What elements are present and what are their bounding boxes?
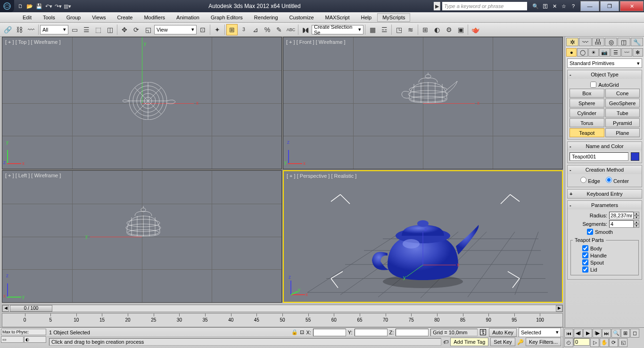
tab-create[interactable]: ✲ [566,38,578,46]
subtab-geometry[interactable]: ● [566,48,577,57]
menu-maxscript[interactable]: MAXScript [320,13,355,22]
radius-spinner[interactable]: ▲▼ [609,212,639,219]
object-color-swatch[interactable] [631,152,639,161]
move-icon[interactable]: ✥ [119,24,130,35]
key-big-icon[interactable]: 🔑 [517,339,524,345]
rollout-header[interactable]: -Name and Color [568,142,642,150]
favorite-icon[interactable]: ☆ [560,2,568,10]
time-ruler[interactable]: 0510152025303540455055606570758085909510… [2,313,563,327]
snap-toggle-icon[interactable]: ⊞ [226,24,238,35]
smooth-checkbox[interactable] [587,229,593,235]
radio-edge[interactable]: Edge [580,177,600,184]
angle-snap-icon[interactable]: 3 [238,24,249,35]
chk-handle[interactable] [582,252,588,258]
exchange-icon[interactable]: ✕ [551,2,558,10]
keyfilters-button[interactable]: Key Filters... [526,338,561,346]
graphite-icon[interactable]: ◳ [393,24,405,35]
play-icon[interactable]: ▶ [583,329,592,338]
viewport-front[interactable]: [ + ] [ Front ] [ Wireframe ] x z x y [283,37,563,169]
current-frame-input[interactable] [574,338,590,346]
maximize-button[interactable]: ❐ [600,1,619,11]
tab-utilities[interactable]: 🔧 [631,38,643,46]
viewport-label[interactable]: [ + ] [ Front ] [ Wireframe ] [286,39,346,45]
align-icon[interactable]: ▦ [367,24,378,35]
window-crossing-icon[interactable]: ◫ [104,24,116,35]
select-by-name-icon[interactable]: ☰ [81,24,92,35]
rotate-icon[interactable]: ⟳ [131,24,142,35]
menu-edit[interactable]: Edit [17,13,37,22]
rollout-header[interactable]: -Parameters [568,201,642,209]
select-object-icon[interactable]: ▭ [69,24,80,35]
named-sel-icon[interactable]: ABC [285,24,297,35]
render-icon[interactable]: 🫖 [470,24,481,35]
keymode-dropdown[interactable]: Selected▾ [519,328,561,337]
selection-filter-dropdown[interactable]: All▾ [40,25,68,34]
zoom-all-icon[interactable]: ⊞ [621,329,630,338]
coord-toggle-icon[interactable]: ⊡ [300,329,304,335]
tab-display[interactable]: ◫ [618,38,630,46]
close-button[interactable]: ✕ [620,1,644,11]
undo-icon[interactable]: ↶▾ [44,2,53,10]
bind-spacewarp-icon[interactable]: 〰 [25,24,37,35]
tab-modify[interactable]: 〰 [579,38,591,46]
render-setup-icon[interactable]: ⚙ [443,24,454,35]
open-icon[interactable]: 📂 [25,2,34,10]
mini-btn-2[interactable]: ◐ [24,336,47,343]
pivot-icon[interactable]: ⊡ [197,24,208,35]
btn-tube[interactable]: Tube [605,108,640,117]
tab-hierarchy[interactable]: 品 [592,38,604,46]
named-selection-dropdown[interactable]: Create Selection Se▾ [312,25,363,34]
new-icon[interactable]: 🗋 [16,2,25,10]
subtab-systems[interactable]: ✻ [633,48,643,57]
time-next-icon[interactable]: ▶ [556,305,562,312]
rollout-header[interactable]: -Object Type [568,70,642,79]
maxscript-mini[interactable]: Max to Physc: [1,329,46,335]
autogrid-checkbox[interactable] [590,82,596,88]
subtab-shapes[interactable]: ◯ [577,48,587,57]
curve-editor-icon[interactable]: ≋ [405,24,416,35]
menu-myscripts[interactable]: MyScripts [377,13,410,22]
menu-customize[interactable]: Customize [284,13,320,22]
time-slider-track[interactable]: ◀ 0 / 100 ▶ [2,305,563,312]
zoom-icon[interactable]: 🔍 [611,329,620,338]
rollout-header[interactable]: -Creation Method [568,166,642,174]
btn-box[interactable]: Box [570,89,604,98]
time-config-icon[interactable]: ⏲ [564,338,573,347]
viewport-top[interactable]: [ + ] [ Top ] [ Wireframe ] y x y x z [2,37,282,169]
menu-help[interactable]: Help [355,13,378,22]
menu-rendering[interactable]: Rendering [248,13,284,22]
project-icon[interactable]: ▥▾ [63,2,72,10]
menu-modifiers[interactable]: Modifiers [138,13,171,22]
viewport-left[interactable]: [ + ] [ Left ] [ Wireframe ] y z y x [2,170,282,303]
chk-lid[interactable] [582,266,588,273]
autokey-button[interactable]: Auto Key [489,328,517,337]
viewport-label[interactable]: [ + ] [ Top ] [ Wireframe ] [5,39,60,45]
setkey-button[interactable]: Set Key [490,338,515,346]
orbit-icon[interactable]: ⟳ [609,338,618,347]
binoculars-icon[interactable]: 🔍 [532,2,539,10]
unlink-icon[interactable]: ⛓ [14,24,25,35]
btn-teapot[interactable]: Teapot [570,128,604,137]
pan-icon[interactable]: ✋ [600,338,609,347]
scale-icon[interactable]: ◱ [142,24,154,35]
max-toggle-icon[interactable]: ◱ [619,338,627,347]
search-input[interactable]: Type a keyword or phrase [442,2,527,10]
segments-spinner[interactable]: ▲▼ [609,220,639,228]
percent-snap-icon[interactable]: ⊿ [250,24,261,35]
add-time-tag-button[interactable]: Add Time Tag [450,338,488,346]
coord-y-input[interactable] [355,329,388,336]
tag-icon[interactable]: 🏷 [443,339,448,345]
prev-frame-icon[interactable]: ◀Ⅰ [574,329,583,338]
lock-icon[interactable]: 🔒 [291,329,298,335]
schematic-icon[interactable]: ⊞ [420,24,431,35]
redo-icon[interactable]: ↷▾ [54,2,62,10]
viewport-label[interactable]: [ + ] [ Left ] [ Wireframe ] [5,173,61,178]
btn-torus[interactable]: Torus [570,118,604,127]
edit-named-sel-icon[interactable]: ✎ [273,24,285,35]
goto-start-icon[interactable]: ⏮ [564,329,573,338]
material-editor-icon[interactable]: ◐ [431,24,443,35]
menu-views[interactable]: Views [86,13,111,22]
menu-tools[interactable]: Tools [37,13,61,22]
coord-z-input[interactable] [396,329,429,336]
goto-end-icon[interactable]: ⏭ [602,329,611,338]
